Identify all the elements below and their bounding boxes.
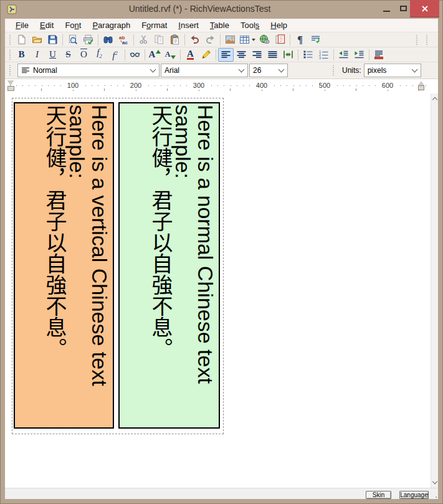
justify-button[interactable] <box>265 48 280 62</box>
titlebar[interactable]: Untitled.rvf (*) - RichViewActionsTest <box>0 0 443 19</box>
toolbar-grip[interactable] <box>9 35 11 45</box>
menu-format[interactable]: Format <box>136 19 173 32</box>
align-right-button[interactable] <box>249 48 265 62</box>
toolbar-grip[interactable] <box>416 35 417 45</box>
close-button[interactable] <box>410 0 439 17</box>
hidden-text-button[interactable] <box>127 48 143 62</box>
print-button[interactable] <box>80 33 96 47</box>
align-center-icon <box>236 49 247 60</box>
skin-button[interactable]: Skin <box>366 491 391 499</box>
numbering-button[interactable]: 123 <box>316 48 331 62</box>
toolbar-formatting: BIUSOf2f2AAA123 <box>5 47 438 62</box>
copy-icon <box>154 34 164 45</box>
menu-file[interactable]: File <box>10 19 34 32</box>
shrink-font-button[interactable]: A <box>163 48 178 62</box>
show-paragraph-marks-button[interactable]: ¶ <box>292 33 308 47</box>
toolbar-separator <box>369 49 369 60</box>
paste-button[interactable] <box>167 33 183 47</box>
left-indent-marker[interactable] <box>7 86 14 91</box>
toolbar-separator <box>298 49 298 60</box>
language-button[interactable]: Language <box>399 491 429 499</box>
menu-insert[interactable]: Insert <box>173 19 204 32</box>
increase-indent-button[interactable] <box>351 48 367 62</box>
redo-icon <box>205 34 216 45</box>
grow-font-button[interactable]: A <box>147 48 163 62</box>
new-document-button[interactable] <box>14 33 29 47</box>
save-button[interactable] <box>45 33 60 47</box>
text-highlight-button[interactable] <box>198 48 214 62</box>
menu-help[interactable]: Help <box>265 19 293 32</box>
toolbar-separator <box>145 49 145 60</box>
font-color-icon: A <box>187 49 194 60</box>
insert-picture-button[interactable] <box>222 33 238 47</box>
chevron-up-icon <box>432 97 437 102</box>
decrease-indent-button[interactable] <box>336 48 351 62</box>
fit-width-icon <box>283 49 293 60</box>
open-folder-button[interactable] <box>29 33 45 47</box>
insert-table-dropdown-icon[interactable] <box>252 39 255 41</box>
toolbar-separator <box>125 49 125 60</box>
ruler-number: 500 <box>317 82 332 90</box>
toolbar-grip[interactable] <box>9 50 11 60</box>
resize-grip[interactable] <box>431 492 437 498</box>
chevron-down-icon[interactable] <box>411 67 417 73</box>
bullets-button[interactable] <box>300 48 316 62</box>
paste-special-button[interactable] <box>272 33 288 47</box>
superscript-button[interactable]: f2 <box>107 48 123 62</box>
toolbar-grip[interactable] <box>9 65 11 75</box>
minimize-button[interactable] <box>378 0 395 17</box>
find-button[interactable] <box>100 33 116 47</box>
print-preview-button[interactable] <box>65 33 80 47</box>
line-breaks-button[interactable] <box>308 33 323 47</box>
maximize-button[interactable] <box>395 0 411 17</box>
font-combobox[interactable]: Arial <box>161 64 248 77</box>
underline-button[interactable]: U <box>45 48 60 62</box>
chevron-down-icon[interactable] <box>150 67 156 73</box>
scroll-up-button[interactable] <box>431 93 438 104</box>
subscript-button[interactable]: f2 <box>92 48 107 62</box>
bold-button[interactable]: B <box>14 48 29 62</box>
hyperlink-button[interactable] <box>257 33 272 47</box>
font-color-button[interactable]: A <box>183 48 198 62</box>
overline-button[interactable]: O <box>76 48 92 62</box>
cut-button[interactable] <box>136 33 151 47</box>
bold-icon: B <box>18 49 24 60</box>
svg-text:ac: ac <box>122 40 128 45</box>
undo-button[interactable] <box>187 33 202 47</box>
units-combobox[interactable]: pixels <box>364 64 421 77</box>
strikethrough-button[interactable]: S <box>60 48 76 62</box>
fit-width-button[interactable] <box>280 48 296 62</box>
menu-font[interactable]: Font <box>59 19 87 32</box>
paragraph-color-button[interactable] <box>371 48 387 62</box>
chevron-down-icon[interactable] <box>239 67 245 73</box>
vertical-text-cell[interactable]: Here is a vertical Chinese textsample:天行… <box>14 102 114 429</box>
replace-button[interactable]: abac <box>116 33 131 47</box>
toolbar-grip[interactable] <box>333 65 334 75</box>
insert-table-button[interactable] <box>238 33 257 47</box>
redo-button[interactable] <box>202 33 218 47</box>
text-line: sample: <box>66 105 88 426</box>
right-indent-marker[interactable] <box>418 81 424 85</box>
align-left-button[interactable] <box>218 48 234 62</box>
toolbar-grip[interactable] <box>426 35 427 45</box>
right-indent-marker-base[interactable] <box>418 85 424 90</box>
font-size-combobox[interactable]: 26 <box>249 64 288 77</box>
menu-tools[interactable]: Tools <box>235 19 265 32</box>
copy-button[interactable] <box>151 33 167 47</box>
bullets-icon <box>303 49 313 60</box>
scroll-down-button[interactable] <box>431 477 438 488</box>
normal-text-cell[interactable]: Here is a normal Chinese textsample:天行健，… <box>118 102 220 429</box>
style-combobox[interactable]: Normal <box>17 64 160 77</box>
align-center-button[interactable] <box>234 48 249 62</box>
toolbar-standard: abac¶ <box>5 32 438 47</box>
first-line-indent-marker[interactable] <box>7 80 14 85</box>
menu-paragraph[interactable]: Paragraph <box>87 19 136 32</box>
editor-canvas[interactable]: Here is a vertical Chinese textsample:天行… <box>5 93 438 488</box>
ruler[interactable]: 100200300400500600 <box>5 79 438 93</box>
chevron-down-icon[interactable] <box>279 67 285 73</box>
vertical-scrollbar[interactable] <box>431 93 438 488</box>
menu-edit[interactable]: Edit <box>34 19 59 32</box>
italic-button[interactable]: I <box>29 48 45 62</box>
font-size-value: 26 <box>253 66 277 75</box>
menu-table[interactable]: Table <box>204 19 235 32</box>
